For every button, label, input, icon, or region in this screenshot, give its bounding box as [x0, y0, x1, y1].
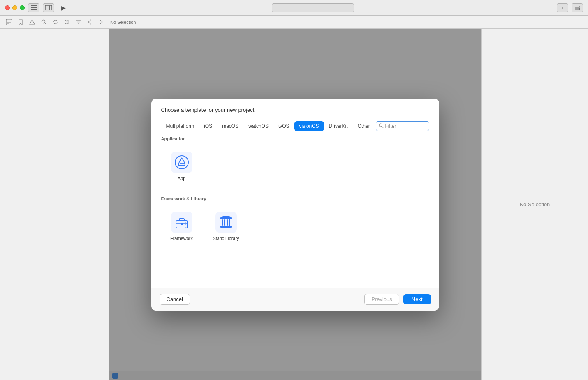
- svg-rect-36: [227, 219, 228, 226]
- svg-rect-3: [45, 5, 49, 10]
- modal-overlay: Choose a template for your new project: …: [109, 29, 481, 380]
- add-button[interactable]: +: [557, 3, 568, 12]
- sidebar-toggle-button[interactable]: [28, 3, 39, 12]
- right-panel: No Selection: [481, 29, 588, 380]
- toolbar-search[interactable]: [272, 3, 354, 12]
- search-icon[interactable]: [39, 18, 48, 26]
- layout-button[interactable]: [572, 3, 583, 12]
- modal-title: Choose a template for your new project:: [161, 107, 429, 113]
- footer-right: Previous Next: [364, 294, 431, 305]
- application-grid: App: [161, 147, 429, 185]
- svg-rect-33: [220, 226, 232, 228]
- inspector-toggle-button[interactable]: [43, 3, 54, 12]
- navigator-icon[interactable]: [5, 18, 13, 26]
- svg-rect-35: [224, 219, 225, 226]
- template-item-framework[interactable]: Framework: [161, 207, 202, 245]
- svg-rect-6: [575, 8, 580, 10]
- no-selection-right: No Selection: [520, 201, 550, 207]
- svg-rect-37: [229, 219, 230, 226]
- minimize-button[interactable]: [12, 5, 17, 10]
- next-button[interactable]: Next: [403, 294, 431, 304]
- tab-visionos[interactable]: visionOS: [294, 121, 324, 131]
- bookmark-icon[interactable]: [16, 18, 25, 26]
- warning-icon[interactable]: [28, 18, 36, 26]
- filter-search-icon: [379, 123, 384, 129]
- framework-icon-wrap: [171, 212, 192, 233]
- filter-wrapper: [376, 121, 429, 131]
- maximize-button[interactable]: [20, 5, 25, 10]
- svg-point-12: [32, 23, 32, 23]
- center-content: Choose a template for your new project: …: [109, 29, 481, 380]
- framework-template-label: Framework: [170, 235, 193, 241]
- svg-rect-4: [50, 5, 52, 10]
- app-icon-wrap: [171, 152, 192, 173]
- svg-marker-15: [56, 20, 57, 21]
- tab-multiplatform[interactable]: Multiplatform: [161, 121, 199, 131]
- svg-point-26: [181, 157, 182, 159]
- app-background: ▶ +: [0, 0, 588, 380]
- modal-footer: Cancel Previous Next: [151, 288, 439, 311]
- app-template-label: App: [178, 175, 186, 181]
- section-application-label: Application: [161, 136, 429, 143]
- svg-rect-29: [181, 223, 183, 225]
- tab-other[interactable]: Other: [353, 121, 375, 131]
- close-button[interactable]: [5, 5, 10, 10]
- no-selection-label: No Selection: [110, 20, 136, 25]
- svg-point-13: [42, 20, 45, 23]
- back-nav-icon[interactable]: [86, 18, 94, 26]
- modal-header: Choose a template for your new project:: [151, 99, 439, 118]
- forward-nav-icon[interactable]: [97, 18, 105, 26]
- traffic-lights: [5, 5, 25, 10]
- filter-input[interactable]: [376, 121, 429, 131]
- svg-rect-5: [575, 6, 580, 7]
- svg-rect-34: [222, 219, 223, 226]
- svg-rect-1: [31, 7, 37, 8]
- tab-tvos[interactable]: tvOS: [273, 121, 294, 131]
- template-item-static-library[interactable]: Static Library: [206, 207, 247, 245]
- framework-grid: Framework: [161, 207, 429, 245]
- previous-button[interactable]: Previous: [364, 294, 399, 305]
- tab-ios[interactable]: iOS: [199, 121, 217, 131]
- replace-icon[interactable]: [51, 18, 59, 26]
- secondary-toolbar: No Selection: [0, 16, 588, 29]
- tab-watchos[interactable]: watchOS: [243, 121, 273, 131]
- svg-line-23: [382, 126, 383, 128]
- template-content: Application: [151, 131, 439, 288]
- cancel-button[interactable]: Cancel: [160, 294, 190, 305]
- static-library-template-label: Static Library: [213, 235, 239, 241]
- svg-rect-0: [31, 5, 37, 6]
- svg-rect-2: [31, 9, 37, 10]
- tab-macos[interactable]: macOS: [217, 121, 243, 131]
- main-toolbar: ▶ +: [0, 0, 588, 16]
- history-icon[interactable]: [63, 18, 71, 26]
- static-library-icon-wrap: [215, 212, 237, 233]
- svg-rect-32: [220, 217, 232, 219]
- new-project-modal: Choose a template for your new project: …: [151, 99, 439, 311]
- platform-tabs: Multiplatform iOS macOS watchOS tvOS vis…: [151, 118, 439, 131]
- section-framework-label: Framework & Library: [161, 196, 429, 203]
- svg-line-14: [44, 23, 46, 25]
- left-sidebar: [0, 29, 109, 380]
- template-item-app[interactable]: App: [161, 147, 202, 185]
- main-layout: Choose a template for your new project: …: [0, 29, 588, 380]
- tab-driverkit[interactable]: DriverKit: [324, 121, 353, 131]
- svg-point-22: [379, 124, 382, 127]
- filter-icon[interactable]: [74, 18, 82, 26]
- run-button[interactable]: ▶: [58, 3, 69, 12]
